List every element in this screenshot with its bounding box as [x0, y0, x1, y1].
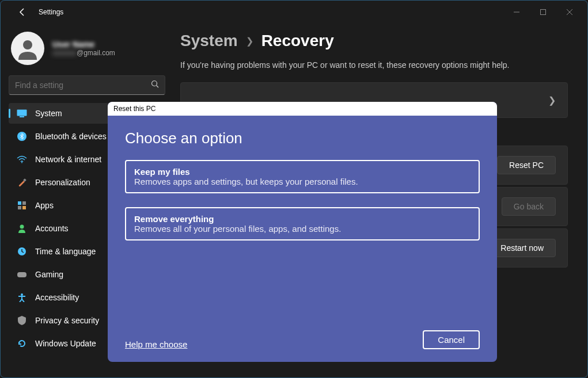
brush-icon: [17, 177, 27, 188]
window-title: Settings: [39, 8, 63, 16]
svg-rect-11: [22, 201, 26, 205]
shield-icon: [17, 315, 27, 326]
svg-rect-1: [541, 10, 546, 15]
reset-pc-button[interactable]: Reset PC: [497, 156, 556, 174]
option-subtitle: Removes all of your personal files, apps…: [134, 224, 471, 234]
svg-point-2: [23, 40, 32, 49]
svg-rect-13: [22, 206, 26, 209]
dialog-title: Reset this PC: [108, 102, 497, 116]
option-title: Remove everything: [134, 214, 471, 224]
svg-point-17: [21, 293, 23, 296]
sidebar-item-label: Bluetooth & devices: [35, 132, 107, 141]
wifi-icon: [17, 154, 27, 165]
option-title: Keep my files: [134, 167, 471, 177]
page-description: If you're having problems with your PC o…: [180, 60, 568, 70]
clock-icon: [17, 246, 27, 257]
chevron-right-icon: ❯: [548, 95, 556, 106]
option-subtitle: Removes apps and settings, but keeps you…: [134, 177, 471, 186]
search-box[interactable]: [9, 75, 165, 95]
cancel-button[interactable]: Cancel: [423, 330, 480, 349]
accessibility-icon: [17, 292, 27, 303]
profile-name: User Name: [52, 40, 115, 49]
sidebar-item-label: Time & language: [35, 247, 96, 256]
breadcrumb-parent[interactable]: System: [180, 32, 238, 50]
dialog-heading: Choose an option: [125, 129, 480, 147]
maximize-button[interactable]: [530, 3, 556, 21]
search-input[interactable]: [15, 81, 151, 90]
profile-email: xxxxxxx@gmail.com: [52, 49, 115, 57]
svg-rect-6: [20, 116, 24, 117]
update-icon: [17, 338, 27, 349]
sidebar-item-label: Accounts: [35, 224, 69, 233]
gaming-icon: [17, 269, 27, 280]
sidebar-item-label: Accessibility: [35, 293, 79, 302]
back-button[interactable]: [13, 3, 32, 21]
account-icon: [17, 223, 27, 234]
svg-rect-5: [17, 110, 27, 116]
system-icon: [17, 108, 27, 119]
option-remove-everything[interactable]: Remove everything Removes all of your pe…: [125, 207, 480, 240]
avatar: [11, 32, 44, 65]
apps-icon: [17, 200, 27, 211]
close-button[interactable]: [556, 3, 583, 21]
svg-point-8: [21, 162, 22, 163]
bluetooth-icon: [17, 131, 27, 142]
svg-point-14: [20, 225, 24, 229]
go-back-button[interactable]: Go back: [502, 197, 556, 216]
profile[interactable]: User Name xxxxxxx@gmail.com: [9, 32, 165, 65]
sidebar-item-label: Network & internet: [35, 155, 101, 164]
option-keep-files[interactable]: Keep my files Removes apps and settings,…: [125, 160, 480, 193]
svg-rect-16: [17, 272, 26, 277]
minimize-button[interactable]: [503, 3, 530, 21]
breadcrumb: System ❯ Recovery: [180, 32, 568, 50]
chevron-right-icon: ❯: [246, 36, 253, 47]
svg-rect-12: [18, 206, 21, 209]
titlebar: Settings: [1, 1, 587, 24]
sidebar-item-label: Personalization: [35, 178, 90, 187]
svg-line-4: [157, 86, 159, 88]
sidebar-item-label: Gaming: [35, 270, 63, 279]
sidebar-item-label: Privacy & security: [35, 316, 99, 325]
page-title: Recovery: [261, 32, 334, 50]
sidebar-item-label: Apps: [35, 201, 54, 210]
sidebar-item-label: System: [35, 109, 62, 118]
svg-rect-10: [18, 201, 21, 205]
search-icon: [151, 80, 159, 90]
reset-pc-dialog: Reset this PC Choose an option Keep my f…: [108, 102, 497, 362]
svg-point-3: [152, 81, 157, 86]
sidebar-item-label: Windows Update: [35, 339, 96, 348]
restart-now-button[interactable]: Restart now: [488, 239, 556, 257]
help-link[interactable]: Help me choose: [125, 339, 187, 349]
